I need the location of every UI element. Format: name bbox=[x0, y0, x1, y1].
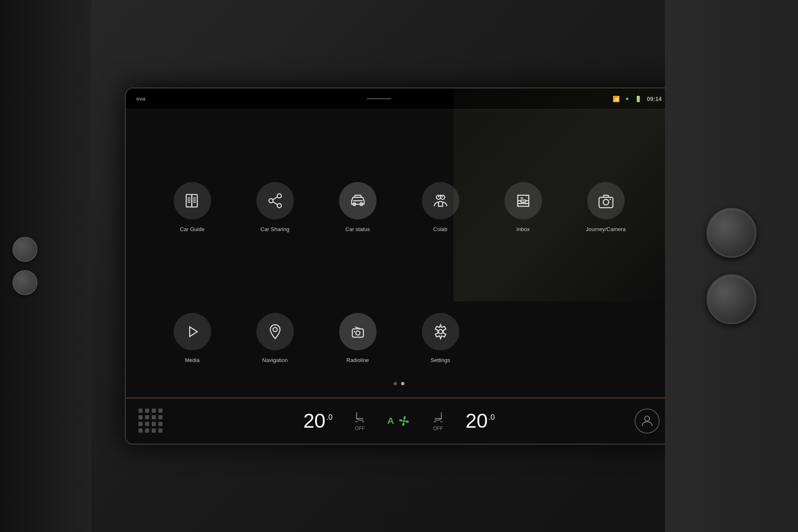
svg-point-11 bbox=[277, 203, 281, 207]
grid-dot bbox=[138, 422, 143, 426]
svg-rect-23 bbox=[352, 329, 363, 337]
grid-dot bbox=[158, 422, 163, 426]
inbox-icon bbox=[515, 192, 532, 209]
grid-dot bbox=[138, 429, 143, 433]
radioline-icon-circle bbox=[339, 313, 377, 350]
app-settings[interactable]: Settings bbox=[399, 300, 482, 376]
gear-icon bbox=[432, 323, 449, 340]
car-guide-label: Car Guide bbox=[180, 226, 204, 232]
car-guide-icon-circle bbox=[174, 182, 211, 219]
right-knob-bottom[interactable] bbox=[707, 274, 756, 324]
page-indicators bbox=[151, 382, 647, 385]
seat-heat-left-label: OFF bbox=[355, 426, 365, 431]
svg-point-9 bbox=[277, 194, 281, 198]
colab-icon-circle bbox=[422, 182, 459, 219]
status-icons: 📶 ✦ 🔋 09:14 bbox=[613, 96, 662, 102]
seat-heat-right-label: OFF bbox=[433, 426, 443, 431]
temp-right-value: 20 bbox=[466, 411, 488, 431]
play-icon bbox=[184, 323, 201, 340]
status-divider bbox=[367, 98, 392, 99]
inbox-label: Inbox bbox=[517, 226, 530, 232]
app-inbox[interactable]: Inbox bbox=[482, 122, 564, 292]
app-grid-row2: Media Navigation bbox=[151, 300, 647, 376]
svg-rect-0 bbox=[186, 195, 192, 207]
grid-dot bbox=[138, 409, 143, 413]
seat-heat-right[interactable]: OFF bbox=[431, 411, 445, 431]
svg-point-19 bbox=[603, 199, 608, 204]
seat-icon-right bbox=[431, 411, 445, 424]
infotainment-screen: eva 📶 ✦ 🔋 09:14 bbox=[125, 87, 673, 445]
svg-point-28 bbox=[403, 420, 405, 422]
grid-dot bbox=[158, 429, 163, 433]
car-dashboard: eva 📶 ✦ 🔋 09:14 bbox=[0, 0, 798, 532]
temp-left-display[interactable]: 20 .0 bbox=[303, 411, 332, 431]
status-app-name: eva bbox=[136, 96, 145, 102]
grid-dot bbox=[158, 415, 163, 419]
clock: 09:14 bbox=[647, 96, 662, 102]
grid-dot bbox=[138, 415, 143, 419]
inbox-icon-circle bbox=[505, 182, 542, 219]
car-sharing-icon-circle bbox=[256, 182, 294, 219]
share-icon bbox=[267, 192, 283, 209]
dashboard-right bbox=[665, 0, 798, 532]
app-radioline[interactable]: Radioline bbox=[316, 300, 399, 376]
main-content: Car Guide Car Sharing bbox=[126, 109, 672, 398]
app-navigation[interactable]: Navigation bbox=[234, 300, 316, 376]
battery-icon: 🔋 bbox=[635, 96, 642, 102]
climate-center: 20 .0 OFF A bbox=[163, 411, 635, 431]
seat-icon-left bbox=[353, 411, 367, 424]
temp-right-display[interactable]: 20 .0 bbox=[466, 411, 495, 431]
settings-label: Settings bbox=[431, 357, 450, 363]
svg-point-24 bbox=[356, 331, 360, 335]
svg-point-22 bbox=[273, 328, 277, 332]
signal-icon: 📶 bbox=[613, 96, 620, 102]
grid-dot bbox=[145, 422, 149, 426]
camera-icon bbox=[598, 192, 614, 209]
navigation-label: Navigation bbox=[262, 357, 288, 363]
left-button-2[interactable] bbox=[12, 270, 37, 295]
app-journey-camera[interactable]: Journey/Camera bbox=[564, 122, 647, 292]
temp-right-decimal: .0 bbox=[488, 413, 495, 422]
climate-left bbox=[138, 409, 163, 433]
app-grid-row1: Car Guide Car Sharing bbox=[151, 122, 647, 292]
page-dot-2[interactable] bbox=[401, 382, 404, 385]
left-button-1[interactable] bbox=[12, 237, 37, 262]
fan-auto-letter: A bbox=[387, 416, 394, 426]
grid-dot bbox=[145, 415, 149, 419]
svg-point-26 bbox=[354, 331, 355, 332]
status-bar: eva 📶 ✦ 🔋 09:14 bbox=[126, 89, 672, 109]
media-icon-circle bbox=[174, 313, 211, 350]
page-dot-1[interactable] bbox=[394, 382, 397, 385]
fan-auto-control[interactable]: A bbox=[387, 414, 411, 428]
app-colab[interactable]: Colab bbox=[399, 122, 482, 292]
dashboard-left bbox=[0, 0, 91, 532]
svg-point-10 bbox=[269, 199, 273, 203]
journey-camera-icon-circle bbox=[587, 182, 625, 219]
grid-dot bbox=[158, 409, 163, 413]
app-car-status[interactable]: Car status bbox=[316, 122, 399, 292]
app-media[interactable]: Media bbox=[151, 300, 234, 376]
app-car-guide[interactable]: Car Guide bbox=[151, 122, 234, 292]
seat-heat-left[interactable]: OFF bbox=[353, 411, 367, 431]
grid-menu-icon[interactable] bbox=[138, 409, 163, 433]
svg-rect-1 bbox=[192, 195, 197, 207]
temp-left-decimal: .0 bbox=[326, 413, 332, 422]
svg-point-27 bbox=[438, 330, 443, 334]
grid-dot bbox=[152, 409, 156, 413]
app-car-sharing[interactable]: Car Sharing bbox=[234, 122, 316, 292]
people-icon bbox=[432, 192, 449, 209]
radioline-label: Radioline bbox=[346, 357, 369, 363]
user-avatar[interactable] bbox=[635, 409, 660, 433]
bluetooth-icon: ✦ bbox=[625, 96, 630, 102]
location-icon bbox=[267, 323, 283, 340]
settings-icon-circle bbox=[422, 313, 459, 350]
fan-icon bbox=[397, 414, 411, 428]
car-icon bbox=[350, 192, 366, 209]
app-empty-1 bbox=[482, 300, 564, 376]
book-icon bbox=[184, 192, 201, 209]
navigation-icon-circle bbox=[256, 313, 294, 350]
colab-label: Colab bbox=[433, 226, 448, 232]
svg-point-20 bbox=[609, 199, 611, 200]
right-knob-top[interactable] bbox=[707, 208, 756, 258]
app-empty-2 bbox=[564, 300, 647, 376]
